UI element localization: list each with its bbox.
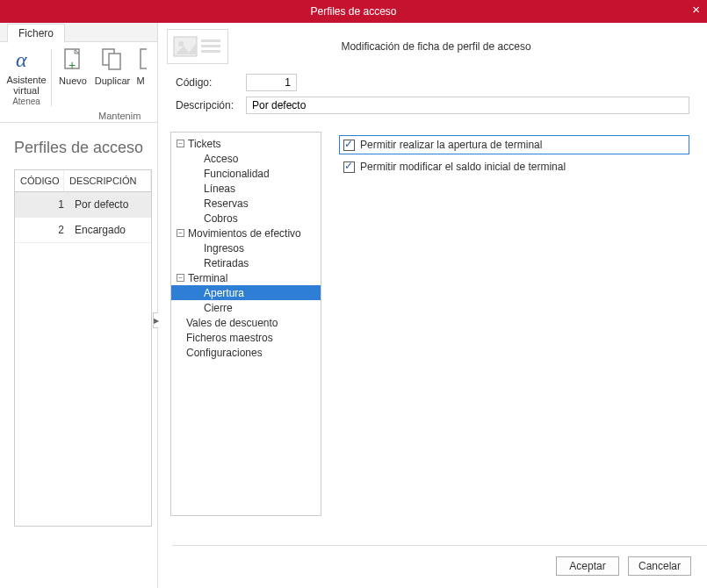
grid-header: CÓDIGO DESCRIPCIÓN: [15, 170, 151, 192]
tree-item-label: Vales de descuento: [186, 317, 278, 329]
svg-rect-4: [109, 54, 120, 69]
ribbon-group-label: Mantenim: [98, 111, 141, 121]
cell-descripcion: Por defecto: [69, 198, 146, 211]
tree-item-label: Cobros: [204, 212, 238, 225]
tree-item-label: Configuraciones: [186, 347, 263, 359]
title-bar: Perfiles de acceso ×: [0, 0, 707, 23]
window-title: Perfiles de acceso: [310, 5, 396, 18]
nuevo-button[interactable]: + Nuevo: [55, 46, 90, 122]
profiles-grid: CÓDIGO DESCRIPCIÓN 1Por defecto2Encargad…: [14, 169, 152, 527]
tree-item-label: Ingresos: [204, 242, 244, 255]
dialog-title: Modificación de ficha de perfil de acces…: [244, 40, 707, 53]
tree-item[interactable]: Cobros: [171, 211, 321, 226]
permissions-panel: Permitir realizar la apertura de termina…: [321, 132, 689, 516]
m-label: M: [136, 75, 144, 86]
splitter-handle[interactable]: ▶: [153, 312, 158, 328]
ribbon: α Asistente virtual Atenea + Nuevo Dupli…: [0, 42, 157, 123]
table-row[interactable]: 2Encargado: [15, 218, 151, 243]
main-window-left: Fichero α Asistente virtual Atenea + Nue…: [0, 23, 158, 588]
checkbox[interactable]: [343, 140, 355, 151]
duplicar-label: Duplicar: [95, 75, 130, 86]
asistente-virtual-button[interactable]: α Asistente virtual Atenea: [5, 46, 47, 122]
codigo-input[interactable]: [246, 74, 297, 91]
divider: [172, 545, 707, 546]
tree-item[interactable]: Funcionalidad: [171, 166, 321, 181]
tree-item-label: Ficheros maestros: [186, 332, 273, 344]
tree-item[interactable]: Reservas: [171, 196, 321, 211]
tree-item-label: Movimientos de efectivo: [188, 227, 301, 240]
checkbox[interactable]: [343, 161, 355, 173]
svg-rect-5: [141, 49, 147, 68]
svg-text:α: α: [16, 48, 27, 71]
table-row[interactable]: 1Por defecto: [15, 192, 151, 218]
dialog-header: Modificación de ficha de perfil de acces…: [158, 23, 707, 70]
tab-strip: Fichero: [0, 23, 157, 42]
tree-panel[interactable]: −TicketsAccesoFuncionalidadLíneasReserva…: [170, 132, 321, 516]
descripcion-label: Descripción:: [176, 99, 246, 111]
svg-rect-10: [201, 50, 220, 53]
tree-item-label: Tickets: [188, 138, 221, 150]
permission-row[interactable]: Permitir modificar el saldo inicial de t…: [339, 157, 689, 176]
doc-icon: [134, 46, 147, 74]
tree-item[interactable]: Ingresos: [171, 240, 321, 255]
nuevo-label: Nuevo: [59, 75, 87, 86]
cell-codigo: 1: [20, 198, 69, 211]
tree-item-label: Cierre: [204, 302, 233, 314]
col-descripcion-header[interactable]: DESCRIPCIÓN: [64, 170, 151, 191]
tree-item-label: Reservas: [204, 197, 249, 210]
tree-item[interactable]: Líneas: [171, 181, 321, 196]
tree-item-label: Acceso: [204, 153, 238, 165]
asistente-sub: Atenea: [12, 97, 40, 106]
tree-toggle-icon[interactable]: −: [177, 274, 184, 282]
svg-point-7: [178, 41, 184, 47]
tree-item-label: Retiradas: [204, 257, 249, 269]
descripcion-input[interactable]: [246, 97, 689, 114]
tree-item[interactable]: Configuraciones: [171, 345, 321, 360]
tree-item-label: Terminal: [188, 272, 227, 284]
dialog-icon: [167, 29, 228, 64]
tree-item-label: Líneas: [204, 183, 235, 195]
form-area: Código: Descripción:: [158, 70, 707, 114]
tree-item[interactable]: Vales de descuento: [171, 315, 321, 330]
dialog-pane: ▶ Modificación de ficha de perfil de acc…: [158, 23, 707, 588]
tree-toggle-icon[interactable]: −: [177, 140, 184, 147]
tree-item[interactable]: Cierre: [171, 300, 321, 315]
duplicate-icon: [98, 46, 126, 74]
tree-item[interactable]: Retiradas: [171, 255, 321, 270]
permission-label: Permitir modificar el saldo inicial de t…: [360, 161, 566, 173]
cell-descripcion: Encargado: [69, 224, 146, 236]
tree-item[interactable]: Ficheros maestros: [171, 330, 321, 345]
alpha-icon: α: [12, 46, 40, 74]
tree-item[interactable]: −Movimientos de efectivo: [171, 226, 321, 240]
svg-rect-9: [201, 45, 220, 47]
svg-text:+: +: [69, 58, 76, 72]
tree-item[interactable]: Apertura: [171, 285, 321, 300]
tab-fichero[interactable]: Fichero: [7, 24, 65, 43]
codigo-label: Código:: [176, 76, 246, 89]
cancelar-button[interactable]: Cancelar: [628, 556, 691, 576]
aceptar-button[interactable]: Aceptar: [556, 556, 619, 576]
tree-item[interactable]: −Tickets: [171, 136, 321, 151]
cell-codigo: 2: [20, 224, 69, 236]
dialog-footer: Aceptar Cancelar: [556, 556, 691, 576]
new-doc-icon: +: [59, 46, 87, 74]
tree-item[interactable]: −Terminal: [171, 270, 321, 285]
asistente-label: Asistente virtual: [5, 75, 47, 96]
tree-toggle-icon[interactable]: −: [177, 229, 184, 237]
svg-rect-8: [201, 39, 220, 42]
tree-item-label: Apertura: [204, 287, 244, 299]
permission-row[interactable]: Permitir realizar la apertura de termina…: [339, 135, 689, 154]
tree-item-label: Funcionalidad: [204, 168, 270, 180]
tree-item[interactable]: Acceso: [171, 151, 321, 166]
permission-label: Permitir realizar la apertura de termina…: [360, 139, 542, 151]
page-title: Perfiles de acceso: [0, 123, 157, 169]
close-icon[interactable]: ×: [692, 2, 700, 17]
col-codigo-header[interactable]: CÓDIGO: [15, 170, 64, 191]
